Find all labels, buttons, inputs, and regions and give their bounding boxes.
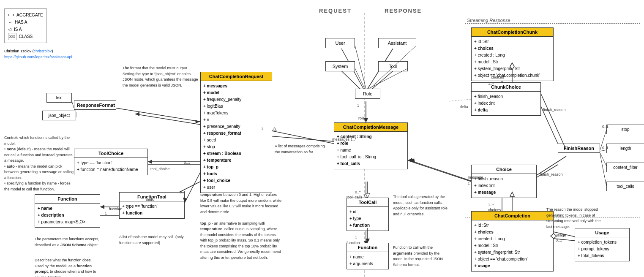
author-name: Christian Tzolov (christzolov) — [4, 49, 72, 54]
response-header: RESPONSE — [385, 8, 422, 14]
chunk-choice-header: ChunkChoice — [472, 83, 540, 92]
legend-isa: ◁ IS A — [8, 26, 43, 33]
function-tool-body: + type == 'function' + function — [120, 201, 184, 218]
response-format-header: ResponseFormat — [74, 101, 116, 110]
mult-func: 1 — [105, 211, 107, 215]
svg-marker-29 — [410, 158, 415, 163]
usage-body: + completion_tokens + prompt_tokens + to… — [575, 237, 629, 261]
usage-label: usage — [556, 233, 566, 237]
svg-marker-58 — [366, 193, 370, 198]
temperature-note: temperature between 0 and 1. Higher valu… — [200, 192, 283, 261]
chat-completion-body: + id :Str + choices + created : Long + m… — [472, 220, 553, 271]
chat-completion-chunk-class: ChatCompletionChunk + id :Str + choices … — [471, 27, 554, 81]
cc-choices-label: choices — [488, 208, 501, 212]
legend-aggregate: ⟷ AGGREGATE — [8, 11, 43, 19]
chunk-choice-class: ChunkChoice + finish_reason + index :int… — [471, 82, 541, 116]
field-name: + name — [337, 147, 405, 154]
tool-choice-class: ToolChoice + type == 'function' + functi… — [74, 149, 148, 175]
cc-finish-reason-label: finish_reason — [543, 108, 566, 112]
tc2-type: + type — [349, 215, 386, 222]
field-model: + model — [203, 90, 269, 96]
fl-params: + parameters: map<S,O> — [38, 219, 97, 225]
cc-delta: + delta — [474, 107, 538, 114]
delta-label: delta — [460, 105, 468, 109]
hasa-label: HAS A — [15, 19, 27, 26]
author-link[interactable]: christzolov — [34, 49, 52, 53]
function-params-note: The parameters the functions accepts, de… — [35, 236, 100, 248]
svg-line-64 — [355, 68, 365, 89]
finish-reason-header: FinishReason — [558, 144, 600, 153]
field-logit: + logitBias — [203, 103, 269, 110]
stop-box: stop — [606, 125, 644, 134]
tc-type: + type == 'function' — [77, 160, 145, 166]
tool-choice-body: + type == 'function' + function = name:f… — [74, 158, 147, 175]
tool-call-header: ToolCall — [347, 198, 388, 207]
field-freq: + frequency_penalty — [203, 96, 269, 103]
chat-completion-request-class: ChatCompletionRequest + messages + model… — [200, 72, 272, 193]
svg-marker-20 — [135, 112, 139, 116]
request-header: REQUEST — [319, 8, 352, 14]
fl-name: + name — [38, 205, 97, 212]
field-pres: + presence_penalty — [203, 123, 269, 130]
tool-choice-header: ToolChoice — [74, 149, 147, 158]
svg-marker-60 — [366, 239, 370, 243]
mult-role: 1 — [357, 103, 359, 108]
cc2-model: + model : Str — [474, 242, 551, 249]
mult-toolchoice: 0..1 — [184, 160, 190, 165]
tool-calls-box: tool_calls — [606, 182, 644, 191]
cc-fr: + finish_reason — [474, 93, 538, 100]
chat-completion-request-body: + messages + model + frequency_penalty +… — [201, 81, 272, 193]
svg-marker-35 — [148, 160, 152, 164]
response-format-class: ResponseFormat — [74, 100, 116, 110]
chunk-choices: + choices — [474, 45, 551, 52]
field-toolcalls: + tool_calls — [337, 160, 405, 167]
mult-toolchoice-label: tool_choise — [150, 167, 170, 171]
function-tool-list-note: A list of tools the model may call. (onl… — [119, 234, 185, 246]
field-maxtok: + maxTokens — [203, 110, 269, 117]
field-stream: + stream : Boolean — [203, 150, 269, 157]
text-box: text — [46, 93, 72, 103]
chunk-choice-body: + finish_reason + index :int + delta — [472, 92, 540, 115]
cc-idx: + index :int — [474, 100, 538, 107]
fr-01-2: 0..1 — [602, 146, 609, 150]
ft-type: + type == 'function' — [122, 203, 182, 210]
function-left-body: + name + description + parameters: map<S… — [35, 204, 100, 227]
mult-1-star: messages 1..* — [332, 137, 356, 141]
svg-marker-53 — [408, 158, 413, 162]
github-link[interactable]: https://github.com/logaritex/assistant-a… — [4, 55, 72, 59]
content-filter-box: content_filter — [606, 163, 644, 172]
cc-choices-star: 1..* — [488, 203, 494, 207]
tool-call-class: ToolCall + id + type + function — [347, 198, 389, 231]
finish-reason-note: The reason the model stopped generating … — [546, 207, 606, 230]
field-user: + user — [203, 184, 269, 191]
usage-01: 0..1 — [556, 238, 562, 242]
fl-desc: + description — [38, 212, 97, 219]
mult-toolcalls-label: tool_calls — [347, 195, 363, 199]
cc2-id: + id :Str — [474, 222, 551, 229]
chat-completion-chunk-body: + id :Str + choices + created : Long + m… — [472, 37, 553, 81]
isa-label: IS A — [14, 26, 22, 33]
cc2-usage: + usage — [474, 263, 551, 269]
chat-completion-chunk-header: ChatCompletionChunk — [472, 28, 553, 37]
svg-line-28 — [410, 160, 473, 182]
tool-choice-note: Controls which function is called by the… — [4, 135, 74, 192]
messages-note: A list of messages comprising the conver… — [275, 144, 330, 155]
legend-class: xxx CLASS — [8, 33, 43, 40]
field-topp: + top_p — [203, 164, 269, 171]
cc2-sf: + system_fingerprint: Str — [474, 249, 551, 256]
field-messages: + messages — [203, 83, 269, 90]
user-box: User — [325, 38, 355, 48]
mult-1-left: 1 — [261, 127, 263, 131]
streaming-response-label: Streaming Response — [467, 18, 510, 23]
usage-header: Usage — [575, 228, 629, 237]
mult-role-label: role — [358, 116, 365, 120]
chunk-id: + id :Str — [474, 38, 551, 45]
chat-completion-request-header: ChatCompletionRequest — [201, 72, 272, 81]
svg-line-19 — [135, 114, 200, 125]
mult-func-label: fucntion — [109, 207, 123, 211]
usage-tt: + total_tokens — [578, 253, 627, 259]
tc-func: + function = name:functionName — [77, 166, 145, 173]
mult-toolcalls: 0..* — [355, 190, 361, 194]
legend-hasa: ← HAS A — [8, 19, 43, 26]
function-left-header: Function — [35, 195, 100, 204]
